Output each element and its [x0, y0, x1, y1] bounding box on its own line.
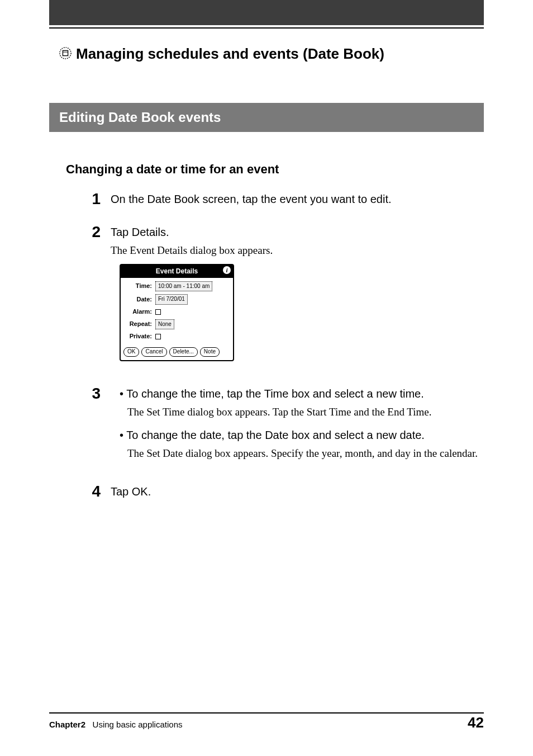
- step-note: The Event Details dialog box appears.: [111, 243, 484, 258]
- dialog-body: Time: 10:00 am - 11:00 am Date: Fri 7/20…: [121, 278, 233, 345]
- time-value[interactable]: 10:00 am - 11:00 am: [155, 281, 212, 292]
- alarm-label: Alarm:: [124, 308, 152, 316]
- bullet-time: • To change the time, tap the Time box a…: [111, 386, 484, 402]
- step-1: 1 On the Date Book screen, tap the event…: [87, 191, 484, 210]
- bullet-time-note: The Set Time dialog box appears. Tap the…: [111, 404, 484, 420]
- sub-heading: Changing a date or time for an event: [66, 162, 484, 177]
- repeat-value[interactable]: None: [155, 319, 174, 330]
- alarm-checkbox[interactable]: [155, 309, 161, 315]
- footer-rule: [49, 712, 484, 714]
- step-3: 3 • To change the time, tap the Time box…: [87, 386, 484, 469]
- header-bar: [49, 0, 484, 25]
- dialog-title: Event Details: [156, 267, 198, 275]
- note-button[interactable]: Note: [200, 347, 220, 357]
- step-number: 3: [87, 386, 101, 469]
- bullet-date-note: The Set Date dialog box appears. Specify…: [111, 446, 484, 461]
- step-number: 1: [87, 191, 101, 210]
- svg-rect-1: [63, 50, 68, 55]
- page-number: 42: [468, 714, 484, 731]
- chapter-title: Using basic applications: [93, 720, 183, 729]
- private-checkbox[interactable]: [155, 334, 161, 339]
- dialog-button-row: OK Cancel Delete... Note: [121, 345, 233, 360]
- steps-list: 1 On the Date Book screen, tap the event…: [87, 191, 484, 502]
- time-label: Time:: [124, 282, 152, 291]
- step-text: On the Date Book screen, tap the event y…: [111, 191, 484, 207]
- page-title: Managing schedules and events (Date Book…: [76, 45, 384, 63]
- info-icon[interactable]: i: [223, 266, 231, 274]
- header-rule: [49, 27, 484, 29]
- dialog-title-bar: Event Details i: [121, 265, 233, 278]
- date-value[interactable]: Fri 7/20/01: [155, 294, 188, 305]
- step-4: 4 Tap OK.: [87, 484, 484, 502]
- footer: Chapter2 Using basic applications 42: [49, 714, 484, 731]
- private-label: Private:: [124, 332, 152, 341]
- step-2: 2 Tap Details. The Event Details dialog …: [87, 224, 484, 371]
- delete-button[interactable]: Delete...: [169, 347, 198, 357]
- date-label: Date:: [124, 295, 152, 304]
- bullet-date: • To change the date, tap the Date box a…: [111, 427, 484, 443]
- step-number: 4: [87, 484, 101, 502]
- svg-point-0: [60, 47, 71, 58]
- repeat-label: Repeat:: [124, 320, 152, 329]
- step-number: 2: [87, 224, 101, 371]
- step-text: Tap OK.: [111, 484, 484, 500]
- chapter-label: Chapter2: [49, 720, 85, 729]
- datebook-icon: [59, 47, 72, 62]
- step-text: Tap Details.: [111, 224, 484, 240]
- footer-left: Chapter2 Using basic applications: [49, 720, 182, 729]
- section-heading: Editing Date Book events: [49, 103, 484, 132]
- ok-button[interactable]: OK: [123, 347, 139, 357]
- event-details-dialog: Event Details i Time: 10:00 am - 11:00 a…: [120, 264, 234, 361]
- page-title-row: Managing schedules and events (Date Book…: [59, 45, 484, 63]
- cancel-button[interactable]: Cancel: [141, 347, 166, 357]
